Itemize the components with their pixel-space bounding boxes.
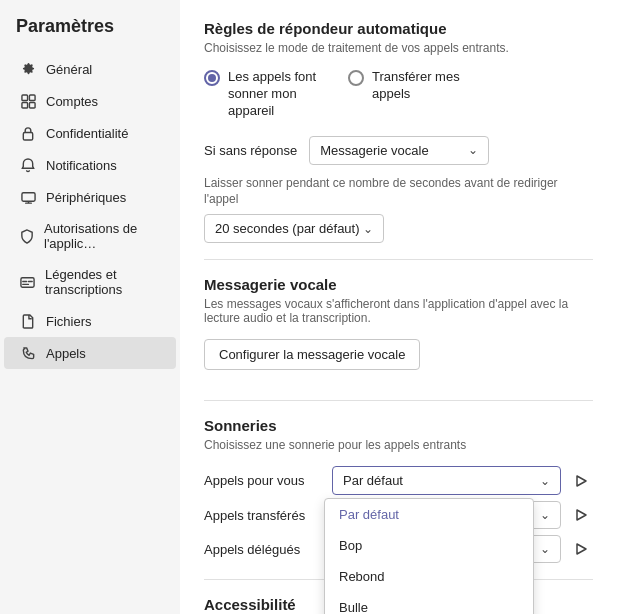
sidebar-item-comptes[interactable]: Comptes xyxy=(4,85,176,117)
sidebar-item-peripheriques[interactable]: Périphériques xyxy=(4,181,176,213)
ringtone-label-delegues: Appels délégués xyxy=(204,542,324,557)
svg-rect-4 xyxy=(23,132,32,140)
timeout-chevron-icon: ⌄ xyxy=(363,222,373,236)
timeout-value: 20 secondes (par défaut) xyxy=(215,221,360,236)
dropdown-item-par-defaut[interactable]: Par défaut xyxy=(325,499,533,530)
sidebar-label-confidentialite: Confidentialité xyxy=(46,126,128,141)
no-answer-label: Si sans réponse xyxy=(204,143,297,158)
sidebar-item-confidentialite[interactable]: Confidentialité xyxy=(4,117,176,149)
ringtone-chevron-transferes-icon: ⌄ xyxy=(540,508,550,522)
radio-transfer-indicator xyxy=(348,70,364,86)
voicemail-title: Messagerie vocale xyxy=(204,276,593,293)
sidebar-label-autorisations: Autorisations de l'applic… xyxy=(44,221,160,251)
radio-option-transfer[interactable]: Transférer mes appels xyxy=(348,69,472,120)
shield-icon xyxy=(20,228,34,244)
svg-rect-6 xyxy=(21,277,34,286)
timeout-row: 20 secondes (par défaut) ⌄ xyxy=(204,214,593,243)
sidebar-label-general: Général xyxy=(46,62,92,77)
auto-reply-title: Règles de répondeur automatique xyxy=(204,20,593,37)
radio-transfer-label: Transférer mes appels xyxy=(372,69,472,103)
ringtones-desc: Choisissez une sonnerie pour les appels … xyxy=(204,438,593,452)
svg-rect-5 xyxy=(21,192,34,200)
main-content: Règles de répondeur automatique Choisiss… xyxy=(180,0,617,614)
sidebar-label-fichiers: Fichiers xyxy=(46,314,92,329)
phone-icon xyxy=(20,345,36,361)
sidebar-item-notifications[interactable]: Notifications xyxy=(4,149,176,181)
divider-1 xyxy=(204,259,593,260)
play-vous-button[interactable] xyxy=(569,469,593,493)
svg-rect-1 xyxy=(29,94,35,100)
radio-ring-indicator xyxy=(204,70,220,86)
dropdown-item-rebond[interactable]: Rebond xyxy=(325,561,533,592)
file-icon xyxy=(20,313,36,329)
play-transferes-button[interactable] xyxy=(569,503,593,527)
sidebar-item-appels[interactable]: Appels xyxy=(4,337,176,369)
svg-rect-2 xyxy=(21,102,27,108)
grid-icon xyxy=(20,93,36,109)
gear-icon xyxy=(20,61,36,77)
sidebar-label-peripheriques: Périphériques xyxy=(46,190,126,205)
auto-reply-note: Laisser sonner pendant ce nombre de seco… xyxy=(204,175,593,209)
ringtones-title: Sonneries xyxy=(204,417,593,434)
voicemail-section: Messagerie vocale Les messages vocaux s'… xyxy=(204,276,593,384)
sidebar-label-appels: Appels xyxy=(46,346,86,361)
no-answer-value: Messagerie vocale xyxy=(320,143,428,158)
lock-icon xyxy=(20,125,36,141)
bell-icon xyxy=(20,157,36,173)
sidebar-item-fichiers[interactable]: Fichiers xyxy=(4,305,176,337)
radio-option-ring[interactable]: Les appels font sonner mon appareil xyxy=(204,69,328,120)
sidebar-label-comptes: Comptes xyxy=(46,94,98,109)
sidebar-item-general[interactable]: Général xyxy=(4,53,176,85)
timeout-select[interactable]: 20 secondes (par défaut) ⌄ xyxy=(204,214,384,243)
device-icon xyxy=(20,189,36,205)
sidebar-title: Paramètres xyxy=(0,16,180,53)
ringtone-row-vous: Appels pour vous Par défaut ⌄ Par défaut… xyxy=(204,466,593,495)
ringtone-label-transferes: Appels transférés xyxy=(204,508,324,523)
voicemail-desc: Les messages vocaux s'afficheront dans l… xyxy=(204,297,593,325)
no-answer-row: Si sans réponse Messagerie vocale ⌄ xyxy=(204,136,593,165)
sidebar: Paramètres Général Comptes xyxy=(0,0,180,614)
ringtone-chevron-vous-icon: ⌄ xyxy=(540,474,550,488)
ringtones-section: Sonneries Choisissez une sonnerie pour l… xyxy=(204,417,593,563)
ringtone-select-vous[interactable]: Par défaut ⌄ xyxy=(332,466,561,495)
auto-reply-section: Règles de répondeur automatique Choisiss… xyxy=(204,20,593,243)
sidebar-item-autorisations[interactable]: Autorisations de l'applic… xyxy=(4,213,176,259)
configure-voicemail-button[interactable]: Configurer la messagerie vocale xyxy=(204,339,420,370)
dropdown-item-bop[interactable]: Bop xyxy=(325,530,533,561)
ringtone-value-vous: Par défaut xyxy=(343,473,403,488)
auto-reply-desc: Choisissez le mode de traitement de vos … xyxy=(204,41,593,55)
dropdown-item-bulle[interactable]: Bulle xyxy=(325,592,533,614)
divider-2 xyxy=(204,400,593,401)
sidebar-label-legendes: Légendes et transcriptions xyxy=(45,267,160,297)
svg-rect-0 xyxy=(21,94,27,100)
ringtone-chevron-delegues-icon: ⌄ xyxy=(540,542,550,556)
radio-ring-label: Les appels font sonner mon appareil xyxy=(228,69,328,120)
play-delegues-button[interactable] xyxy=(569,537,593,561)
sidebar-item-legendes[interactable]: Légendes et transcriptions xyxy=(4,259,176,305)
radio-group-call-mode: Les appels font sonner mon appareil Tran… xyxy=(204,69,593,120)
sidebar-label-notifications: Notifications xyxy=(46,158,117,173)
caption-icon xyxy=(20,274,35,290)
ringtone-dropdown-vous: Par défaut Bop Rebond Bulle xyxy=(324,498,534,614)
svg-rect-3 xyxy=(29,102,35,108)
ringtone-label-vous: Appels pour vous xyxy=(204,473,324,488)
no-answer-select[interactable]: Messagerie vocale ⌄ xyxy=(309,136,489,165)
no-answer-chevron-icon: ⌄ xyxy=(468,143,478,157)
